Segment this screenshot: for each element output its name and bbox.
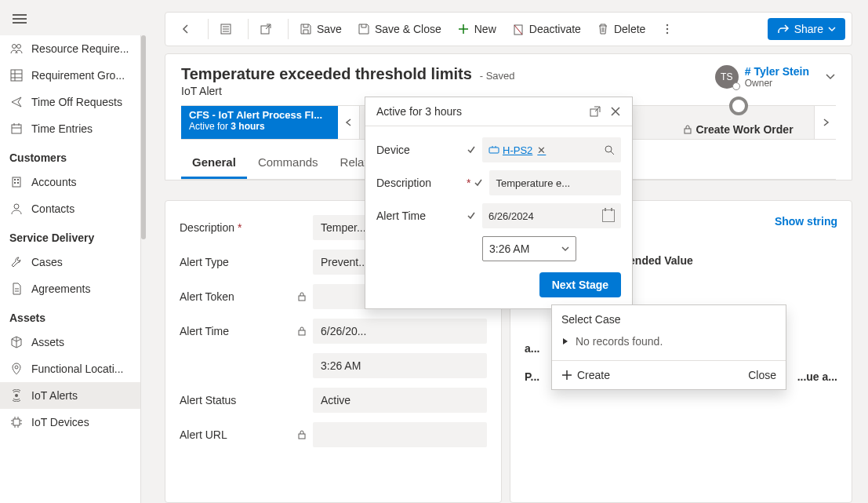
sidebar-scrollbar[interactable] bbox=[141, 35, 146, 503]
sidebar-item[interactable]: Resource Require... bbox=[0, 35, 140, 62]
dropdown-message: No records found. bbox=[576, 335, 663, 348]
check-icon bbox=[467, 211, 476, 221]
plus-icon bbox=[457, 23, 470, 35]
sidebar-item[interactable]: Accounts bbox=[0, 169, 140, 195]
dropdown-heading: Select Case bbox=[552, 305, 786, 329]
sidebar-group-title: Service Delivery bbox=[0, 222, 140, 249]
dock-icon[interactable] bbox=[590, 106, 601, 117]
remove-chip-icon[interactable]: ✕ bbox=[537, 144, 546, 156]
svg-rect-20 bbox=[13, 419, 20, 425]
command-bar: Save Save & Close New Deactivate Delete … bbox=[165, 12, 852, 46]
lookup-dropdown: Select Case No records found. Create Clo… bbox=[551, 304, 786, 390]
sidebar-group-title: Assets bbox=[0, 302, 140, 329]
create-record-button[interactable]: Create bbox=[561, 369, 610, 381]
close-icon[interactable] bbox=[610, 106, 621, 117]
share-label: Share bbox=[794, 23, 823, 35]
sidebar-item-label: Time Off Requests bbox=[31, 96, 122, 108]
svg-point-0 bbox=[13, 45, 16, 49]
calendar-icon[interactable] bbox=[602, 210, 615, 222]
svg-rect-39 bbox=[685, 129, 691, 133]
popout-button[interactable] bbox=[252, 18, 285, 40]
calendar-icon bbox=[9, 122, 24, 136]
hamburger-menu[interactable] bbox=[13, 12, 27, 26]
deactivate-icon bbox=[512, 23, 525, 35]
svg-rect-6 bbox=[12, 125, 21, 133]
text-input[interactable]: Temperature e... bbox=[489, 170, 621, 195]
field-value[interactable] bbox=[313, 422, 487, 447]
sidebar-item[interactable]: IoT Devices bbox=[0, 409, 140, 436]
date-input[interactable]: 6/26/2024 bbox=[482, 203, 621, 228]
pin-icon bbox=[9, 362, 24, 376]
new-button[interactable]: New bbox=[449, 18, 504, 40]
back-icon bbox=[180, 23, 192, 35]
svg-rect-41 bbox=[299, 330, 305, 335]
plus-icon bbox=[561, 370, 572, 381]
chevron-down-icon[interactable] bbox=[825, 71, 836, 82]
form-field: 3:26 AM bbox=[180, 353, 487, 378]
trash-icon bbox=[597, 23, 609, 35]
sidebar-item[interactable]: Requirement Gro... bbox=[0, 62, 140, 89]
close-dropdown-button[interactable]: Close bbox=[748, 369, 776, 381]
tab[interactable]: Commands bbox=[247, 149, 329, 179]
sidebar-group-title: Customers bbox=[0, 142, 140, 169]
person-icon bbox=[9, 202, 24, 216]
lookup-input[interactable]: H-PS2✕ bbox=[482, 137, 621, 162]
expand-arrow-icon[interactable] bbox=[561, 337, 569, 345]
save-icon bbox=[300, 23, 312, 35]
svg-rect-10 bbox=[13, 177, 20, 187]
bpf-stage[interactable]: Create Work Order bbox=[663, 106, 814, 139]
delete-button[interactable]: Delete bbox=[589, 18, 653, 40]
time-dropdown[interactable]: 3:26 AM bbox=[482, 236, 576, 261]
back-button[interactable] bbox=[172, 18, 205, 40]
next-stage-button[interactable]: Next Stage bbox=[539, 272, 621, 297]
form-selector[interactable] bbox=[212, 18, 245, 40]
grid-icon bbox=[9, 68, 24, 82]
tab[interactable]: General bbox=[181, 149, 247, 179]
show-string-link[interactable]: Show string bbox=[775, 215, 837, 228]
sidebar-item[interactable]: Cases bbox=[0, 249, 140, 275]
page-title: Temperature exceeded threshold limits bbox=[181, 65, 472, 82]
sidebar-item[interactable]: Functional Locati... bbox=[0, 355, 140, 382]
create-label: Create bbox=[577, 369, 610, 381]
lookup-chip[interactable]: H-PS2✕ bbox=[503, 144, 546, 156]
cube-icon bbox=[9, 335, 24, 349]
field-value[interactable]: 3:26 AM bbox=[313, 353, 487, 378]
form-field: Alert URL bbox=[180, 422, 487, 447]
sidebar-item-label: Cases bbox=[31, 256, 63, 268]
check-icon bbox=[467, 145, 476, 155]
svg-point-18 bbox=[15, 366, 18, 369]
svg-point-15 bbox=[14, 204, 19, 209]
sidebar-item-label: Time Entries bbox=[31, 122, 93, 135]
entity-name: IoT Alert bbox=[181, 85, 715, 97]
sidebar-item-label: Requirement Gro... bbox=[31, 69, 125, 82]
field-value[interactable]: 6/26/20... bbox=[313, 319, 487, 344]
sidebar-item[interactable]: Agreements bbox=[0, 275, 140, 302]
deactivate-button[interactable]: Deactivate bbox=[504, 18, 589, 40]
save-close-button[interactable]: Save & Close bbox=[350, 18, 449, 40]
people-icon bbox=[9, 42, 24, 56]
share-button[interactable]: Share bbox=[768, 18, 845, 40]
sidebar-item[interactable]: Contacts bbox=[0, 195, 140, 222]
bpf-next-arrow[interactable] bbox=[814, 106, 836, 139]
sidebar-item[interactable]: Time Entries bbox=[0, 115, 140, 142]
save-button[interactable]: Save bbox=[292, 18, 350, 40]
search-icon[interactable] bbox=[604, 144, 615, 155]
bpf-stage-flyout: Active for 3 hours DeviceH-PS2✕Descripti… bbox=[365, 97, 633, 309]
field-label: Alert URL bbox=[180, 428, 227, 441]
bpf-name[interactable]: CFS - IoT Alert Process Fl... Active for… bbox=[181, 106, 338, 139]
wrench-icon bbox=[9, 255, 24, 269]
bpf-prev-arrow[interactable] bbox=[338, 106, 360, 139]
flyout-field-label: Alert Time bbox=[376, 210, 467, 222]
sidebar-item[interactable]: Assets bbox=[0, 329, 140, 355]
svg-rect-44 bbox=[489, 148, 499, 153]
sidebar: Resource Require...Requirement Gro...Tim… bbox=[0, 35, 141, 503]
svg-rect-2 bbox=[11, 70, 22, 81]
overflow-button[interactable] bbox=[653, 18, 686, 40]
field-value[interactable]: Active bbox=[313, 388, 487, 413]
new-label: New bbox=[474, 23, 496, 35]
owner-field[interactable]: TS Tyler Stein Owner bbox=[715, 65, 836, 89]
sidebar-item-label: IoT Devices bbox=[31, 416, 89, 428]
sidebar-item[interactable]: IoT Alerts bbox=[0, 382, 140, 409]
sidebar-item[interactable]: Time Off Requests bbox=[0, 89, 140, 115]
saved-indicator: - Saved bbox=[480, 70, 515, 82]
